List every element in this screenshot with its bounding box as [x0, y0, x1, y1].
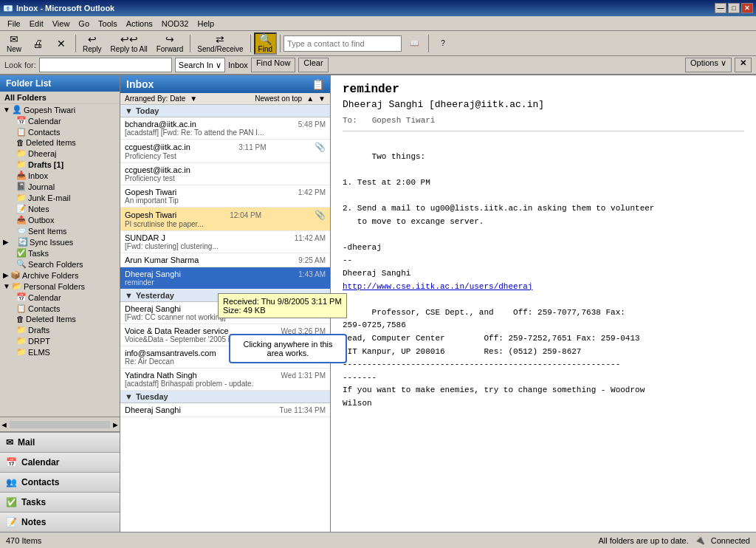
find-now-button[interactable]: Find Now	[251, 58, 295, 72]
email-subject: [acadstaff] [Fwd: Re: To attend the PAN …	[125, 129, 326, 137]
menu-file[interactable]: File	[3, 18, 25, 30]
email-item[interactable]: Yatindra Nath Singh Wed 1:31 PM [acadsta…	[120, 369, 330, 391]
nav-calendar[interactable]: 📅 Calendar	[0, 452, 120, 472]
email-sender: bchandra@iitk.ac.in	[125, 120, 196, 129]
folder-journal[interactable]: 📓 Journal	[0, 181, 120, 192]
clear-button[interactable]: Clear	[298, 58, 328, 72]
folder-elms[interactable]: 📁 ELMS	[0, 346, 120, 357]
menu-help[interactable]: Help	[193, 18, 219, 30]
email-item[interactable]: SUNDAR J 11:42 AM [Fwd: clustering] clus…	[120, 231, 330, 253]
folder-search[interactable]: 🔍 Search Folders	[0, 258, 120, 270]
preview-subject: reminder	[343, 83, 744, 96]
address-book-button[interactable]: 📖	[403, 32, 425, 55]
folder-drafts[interactable]: 📁 Drafts [1]	[0, 159, 120, 170]
preview-body-text: Two things: 1. Test at 2:00 PM 2. Send a…	[343, 152, 654, 278]
folder-deleted1[interactable]: 🗑 Deleted Items	[0, 137, 120, 148]
find-button[interactable]: 🔍 Find	[254, 32, 277, 55]
date-group-tuesday[interactable]: ▼ Tuesday	[120, 391, 330, 403]
folder-gopesh[interactable]: ▼ 👤 Gopesh Tiwari	[0, 104, 120, 115]
folder-name: Drafts [1]	[28, 160, 63, 169]
minimize-button[interactable]: —	[715, 3, 726, 13]
folder-notes[interactable]: 📝 Notes	[0, 203, 120, 214]
email-item[interactable]: Dheeraj Sanghi Tue 11:34 PM	[120, 403, 330, 417]
new-button[interactable]: ✉ New	[3, 32, 25, 55]
folder-drpt[interactable]: 📁 DRPT	[0, 335, 120, 346]
scroll-left-icon[interactable]: ◄	[0, 420, 8, 429]
folder-name: ELMS	[28, 348, 50, 357]
menu-actions[interactable]: Actions	[122, 18, 157, 30]
delete-button[interactable]: ✕	[50, 32, 72, 55]
contact-search-box[interactable]	[284, 35, 402, 52]
search-in-dropdown[interactable]: Search In ∨	[175, 58, 225, 72]
folder-scroll-bar[interactable]: ◄ ►	[0, 417, 120, 431]
email-sender: Arun Kumar Sharma	[125, 256, 199, 264]
reply-button[interactable]: ↩ Reply	[79, 32, 106, 55]
sent-icon: 📨	[16, 226, 27, 236]
email-item[interactable]: Gopesh Tiwari 1:42 PM An important Tip	[120, 185, 330, 208]
contact-search-input[interactable]	[287, 39, 398, 48]
folder-name: Tasks	[28, 249, 49, 258]
folder-sent[interactable]: 📨 Sent Items	[0, 225, 120, 236]
email-time: 3:11 PM	[238, 143, 266, 151]
notes-nav-label: Notes	[21, 517, 46, 527]
menu-go[interactable]: Go	[74, 18, 94, 30]
look-for-input[interactable]	[39, 58, 172, 72]
all-folders[interactable]: All Folders	[0, 92, 120, 104]
email-item[interactable]: Arun Kumar Sharma 9:25 AM	[120, 253, 330, 267]
find-close-button[interactable]: ✕	[735, 58, 752, 72]
folder-contacts1[interactable]: 📋 Contacts	[0, 126, 120, 137]
nav-tasks[interactable]: ✅ Tasks	[0, 492, 120, 512]
folder-drafts2[interactable]: 📁 Drafts	[0, 324, 120, 335]
menu-edit[interactable]: Edit	[25, 18, 48, 30]
folder-name: Deleted Items	[26, 138, 76, 147]
folder-name: Outbox	[28, 216, 54, 225]
email-subject: Proficiency test	[125, 174, 326, 182]
folder-calendar2[interactable]: 📅 Calendar	[0, 292, 120, 303]
folder-archive[interactable]: ▶ 📦 Archive Folders	[0, 270, 120, 281]
folder-name: Personal Folders	[24, 282, 85, 291]
send-receive-button[interactable]: ⇄ Send/Receive	[193, 32, 247, 55]
scroll-right-icon[interactable]: ►	[111, 420, 120, 429]
nav-mail[interactable]: ✉ Mail	[0, 432, 120, 452]
send-receive-icon: ⇄	[216, 33, 224, 45]
options-button[interactable]: Options ∨	[685, 58, 732, 72]
folder-contacts2[interactable]: 📋 Contacts	[0, 303, 120, 314]
menu-nod32[interactable]: NOD32	[157, 18, 193, 30]
print-button[interactable]: 🖨	[27, 32, 49, 55]
forward-button[interactable]: ↪ Forward	[153, 32, 188, 55]
to-label: To:	[343, 116, 357, 125]
callout-text: Clicking anywhere in this area works.	[243, 340, 330, 357]
email-subject: [acadstaff] Brihaspati problem - update.	[125, 380, 326, 388]
folder-personal[interactable]: ▼ 📂 Personal Folders	[0, 281, 120, 292]
email-sender: ccguest@iitk.ac.in	[125, 143, 190, 151]
folder-deleted2[interactable]: 🗑 Deleted Items	[0, 314, 120, 324]
email-item[interactable]: ccguest@iitk.ac.in 3:11 PM 📎 Proficiency…	[120, 140, 330, 163]
folder-dheeraj[interactable]: 📁 Dheeraj	[0, 148, 120, 159]
maximize-button[interactable]: □	[728, 3, 740, 13]
email-item-selected[interactable]: Dheeraj Sanghi 1:43 AM reminder	[120, 267, 330, 290]
tooltip-line1: Received: Thu 9/8/2005 3:11 PM	[223, 297, 330, 306]
folder-inbox[interactable]: 📥 Inbox	[0, 170, 120, 181]
reply-all-button[interactable]: ↩↩ Reply to All	[107, 32, 151, 55]
tooltip-line2: Size: 49 KB	[223, 306, 330, 315]
folder-tasks[interactable]: ✅ Tasks	[0, 247, 120, 258]
help-button[interactable]: ?	[432, 32, 454, 55]
menu-view[interactable]: View	[48, 18, 75, 30]
nav-notes[interactable]: 📝 Notes	[0, 512, 120, 532]
nav-contacts[interactable]: 👥 Contacts	[0, 472, 120, 492]
email-item[interactable]: ccguest@iitk.ac.in Proficiency test	[120, 163, 330, 185]
folder-junk[interactable]: 📁 Junk E-mail	[0, 192, 120, 203]
folder-sync[interactable]: ▶ 🔄 Sync Issues	[0, 236, 120, 247]
folder-name: Archive Folders	[22, 271, 78, 280]
email-sender: Dheeraj Sanghi	[125, 270, 181, 278]
menu-tools[interactable]: Tools	[94, 18, 122, 30]
close-button[interactable]: ✕	[741, 3, 753, 13]
folder-calendar1[interactable]: 📅 Calendar	[0, 115, 120, 126]
group-expand-icon: ▼	[125, 106, 133, 115]
folder-outbox[interactable]: 📤 Outbox	[0, 214, 120, 225]
email-item[interactable]: bchandra@iitk.ac.in 5:48 PM [acadstaff] …	[120, 117, 330, 140]
toolbar-separator-1	[75, 35, 76, 52]
email-item-highlight[interactable]: Gopesh Tiwari 12:04 PM 📎 Pl scrutinise t…	[120, 208, 330, 231]
email-link[interactable]: http://www.cse.iitk.ac.in/users/dheeraj	[343, 282, 532, 291]
date-group-today[interactable]: ▼ Today	[120, 105, 330, 117]
